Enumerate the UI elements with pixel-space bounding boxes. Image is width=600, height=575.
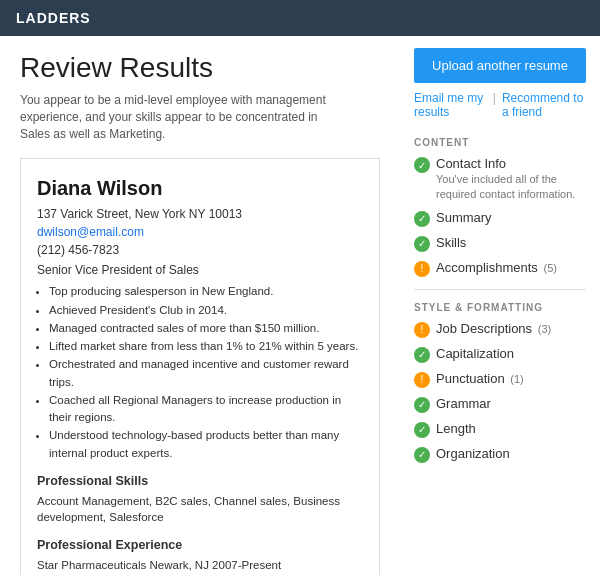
- resume-name: Diana Wilson: [37, 173, 363, 203]
- check-item-contact-info[interactable]: ✓ Contact Info You've included all of th…: [414, 156, 586, 202]
- page-title: Review Results: [20, 52, 380, 84]
- check-label-contact-info: Contact Info You've included all of the …: [436, 156, 586, 202]
- check-icon-summary: ✓: [414, 211, 430, 227]
- resume-job-title: Senior Vice President of Sales: [37, 261, 363, 279]
- job-descriptions-badge: (3): [538, 323, 551, 335]
- check-label-punctuation: Punctuation (1): [436, 371, 524, 386]
- resume-phone: (212) 456-7823: [37, 241, 363, 259]
- check-label-organization: Organization: [436, 446, 510, 461]
- professional-skills-text: Account Management, B2C sales, Channel s…: [37, 493, 363, 526]
- page-subtitle: You appear to be a mid-level employee wi…: [20, 92, 340, 142]
- check-item-summary[interactable]: ✓ Summary: [414, 210, 586, 227]
- check-item-organization[interactable]: ✓ Organization: [414, 446, 586, 463]
- check-icon-length: ✓: [414, 422, 430, 438]
- check-label-capitalization: Capitalization: [436, 346, 514, 361]
- check-icon-organization: ✓: [414, 447, 430, 463]
- check-icon-accomplishments: !: [414, 261, 430, 277]
- resume-bullets-list: Top producing salesperson in New England…: [49, 283, 363, 462]
- bullet-5: Orchestrated and managed incentive and c…: [49, 356, 363, 391]
- bullet-1: Top producing salesperson in New England…: [49, 283, 363, 300]
- check-label-job-descriptions: Job Descriptions (3): [436, 321, 551, 336]
- check-icon-contact-info: ✓: [414, 157, 430, 173]
- check-icon-job-descriptions: !: [414, 322, 430, 338]
- check-item-length[interactable]: ✓ Length: [414, 421, 586, 438]
- right-panel: Upload another resume Email me my result…: [400, 36, 600, 575]
- bullet-4: Lifted market share from less than 1% to…: [49, 338, 363, 355]
- exp1-company: Star Pharmaceuticals Newark, NJ 2007-Pre…: [37, 557, 363, 574]
- check-label-grammar: Grammar: [436, 396, 491, 411]
- check-icon-capitalization: ✓: [414, 347, 430, 363]
- check-label-length: Length: [436, 421, 476, 436]
- style-section-label: STYLE & FORMATTING: [414, 302, 586, 313]
- check-icon-punctuation: !: [414, 372, 430, 388]
- check-item-job-descriptions[interactable]: ! Job Descriptions (3): [414, 321, 586, 338]
- upload-resume-button[interactable]: Upload another resume: [414, 48, 586, 83]
- bullet-2: Achieved President's Club in 2014.: [49, 302, 363, 319]
- recommend-friend-link[interactable]: Recommend to a friend: [502, 91, 586, 119]
- punctuation-badge: (1): [510, 373, 523, 385]
- resume-address: 137 Varick Street, New York NY 10013: [37, 205, 363, 223]
- resume-email: dwilson@email.com: [37, 223, 363, 241]
- check-item-skills[interactable]: ✓ Skills: [414, 235, 586, 252]
- action-links: Email me my results | Recommend to a fri…: [414, 91, 586, 119]
- check-label-summary: Summary: [436, 210, 492, 225]
- bullet-3: Managed contracted sales of more than $1…: [49, 320, 363, 337]
- link-separator: |: [493, 91, 496, 119]
- bullet-7: Understood technology-based products bet…: [49, 427, 363, 462]
- professional-experience-heading: Professional Experience: [37, 536, 363, 555]
- page-content: Review Results You appear to be a mid-le…: [0, 36, 600, 575]
- check-icon-grammar: ✓: [414, 397, 430, 413]
- bullet-6: Coached all Regional Managers to increas…: [49, 392, 363, 427]
- check-icon-skills: ✓: [414, 236, 430, 252]
- left-panel: Review Results You appear to be a mid-le…: [0, 36, 400, 575]
- logo: LADDERS: [16, 10, 91, 26]
- resume-box: Diana Wilson 137 Varick Street, New York…: [20, 158, 380, 575]
- check-label-skills: Skills: [436, 235, 466, 250]
- accomplishments-badge: (5): [544, 262, 557, 274]
- check-item-capitalization[interactable]: ✓ Capitalization: [414, 346, 586, 363]
- check-label-accomplishments: Accomplishments (5): [436, 260, 557, 275]
- header: LADDERS: [0, 0, 600, 36]
- section-divider: [414, 289, 586, 290]
- email-results-link[interactable]: Email me my results: [414, 91, 487, 119]
- check-item-punctuation[interactable]: ! Punctuation (1): [414, 371, 586, 388]
- professional-skills-heading: Professional Skills: [37, 472, 363, 491]
- check-item-grammar[interactable]: ✓ Grammar: [414, 396, 586, 413]
- check-item-accomplishments[interactable]: ! Accomplishments (5): [414, 260, 586, 277]
- content-section-label: CONTENT: [414, 137, 586, 148]
